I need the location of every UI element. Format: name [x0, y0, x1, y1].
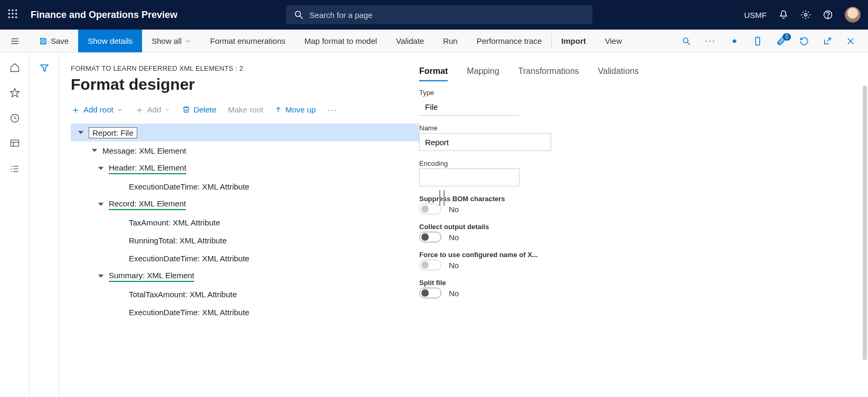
- import-button[interactable]: Import: [552, 30, 596, 52]
- close-icon[interactable]: [846, 36, 855, 46]
- svg-point-2: [15, 10, 17, 11]
- save-icon: [39, 37, 48, 45]
- tree-node[interactable]: TaxAmount: XML Attribute: [71, 213, 419, 231]
- tab-mapping[interactable]: Mapping: [467, 67, 499, 81]
- avatar[interactable]: [845, 7, 861, 23]
- tree-node[interactable]: ExecutionDateTime: XML Attribute: [71, 177, 419, 195]
- ribbon-right: ··· 0: [682, 30, 868, 52]
- caret-icon[interactable]: [98, 275, 103, 278]
- name-field[interactable]: [419, 133, 551, 151]
- find-icon[interactable]: [682, 36, 691, 46]
- show-all-label: Show all: [152, 36, 182, 45]
- view-button[interactable]: View: [596, 30, 631, 52]
- arrow-up-icon: [275, 106, 282, 114]
- shell: FORMAT TO LEARN DEFERRED XML ELEMENTS : …: [0, 53, 868, 397]
- clock-icon[interactable]: [10, 113, 20, 124]
- diamond-icon[interactable]: [730, 36, 739, 46]
- encoding-label: Encoding: [419, 159, 857, 167]
- filter-icon[interactable]: [40, 63, 49, 73]
- tab-format[interactable]: Format: [419, 67, 448, 81]
- breadcrumb: FORMAT TO LEARN DEFERRED XML ELEMENTS : …: [71, 64, 419, 72]
- svg-point-4: [12, 13, 13, 14]
- tab-transformations[interactable]: Transformations: [518, 67, 579, 81]
- search-placeholder: Search for a page: [309, 11, 372, 20]
- run-button[interactable]: Run: [433, 30, 467, 52]
- tree-node-label: TotalTaxAmount: XML Attribute: [129, 290, 237, 299]
- svg-rect-20: [732, 39, 737, 43]
- tree-node-label: Message: XML Element: [102, 146, 186, 155]
- tab-validations[interactable]: Validations: [598, 67, 639, 81]
- svg-point-7: [12, 16, 13, 18]
- caret-icon[interactable]: [98, 203, 103, 206]
- svg-rect-17: [42, 41, 44, 43]
- ribbon: Save Show details Show all Format enumer…: [0, 30, 868, 53]
- tree-node-label: RunningTotal: XML Attribute: [129, 236, 227, 245]
- add-button[interactable]: ＋ Add: [135, 105, 171, 114]
- performance-trace-button[interactable]: Performance trace: [467, 30, 551, 52]
- tree-node[interactable]: Report: File: [71, 124, 419, 141]
- split-file-toggle[interactable]: [419, 288, 441, 298]
- force-name-toggle[interactable]: [419, 260, 441, 270]
- gear-icon[interactable]: [800, 10, 811, 20]
- tree-actions: ＋ Add root ＋ Add Delete Make root: [71, 105, 419, 114]
- show-all-button[interactable]: Show all: [142, 30, 201, 52]
- svg-point-18: [683, 38, 688, 43]
- bell-icon[interactable]: [778, 10, 789, 20]
- workspace-icon[interactable]: [10, 138, 20, 149]
- svg-marker-25: [10, 89, 19, 97]
- help-icon[interactable]: [823, 10, 833, 20]
- tree-node-label: Summary: XML Element: [109, 271, 194, 282]
- attach-button[interactable]: 0: [776, 36, 786, 46]
- map-format-button[interactable]: Map format to model: [295, 30, 387, 52]
- scrollbar[interactable]: [863, 86, 867, 360]
- caret-icon[interactable]: [98, 167, 103, 170]
- svg-point-9: [295, 11, 300, 16]
- waffle-icon[interactable]: [7, 8, 18, 21]
- caret-icon[interactable]: [78, 131, 83, 134]
- name-label: Name: [419, 124, 857, 132]
- format-enumerations-button[interactable]: Format enumerations: [201, 30, 295, 52]
- header-right: USMF: [744, 7, 861, 23]
- force-name-label: Force to use configured name of X...: [419, 251, 857, 259]
- overflow-icon[interactable]: ···: [705, 35, 716, 46]
- tree-node[interactable]: Message: XML Element: [71, 141, 419, 159]
- star-icon[interactable]: [10, 88, 20, 98]
- tree-node[interactable]: ExecutionDateTime: XML Attribute: [71, 303, 419, 321]
- splitter-handle[interactable]: [439, 190, 445, 206]
- tree-node[interactable]: TotalTaxAmount: XML Attribute: [71, 285, 419, 303]
- svg-line-10: [300, 16, 303, 19]
- refresh-icon[interactable]: [799, 36, 809, 46]
- delete-button[interactable]: Delete: [182, 105, 216, 114]
- move-up-button[interactable]: Move up: [275, 105, 316, 114]
- tree-node[interactable]: Summary: XML Element: [71, 267, 419, 285]
- svg-point-13: [827, 17, 828, 17]
- toggle-value: No: [449, 205, 459, 214]
- tree-node[interactable]: ExecutionDateTime: XML Attribute: [71, 249, 419, 267]
- tree-node[interactable]: RunningTotal: XML Attribute: [71, 231, 419, 249]
- make-root-button[interactable]: Make root: [228, 105, 263, 114]
- company-code[interactable]: USMF: [744, 11, 767, 20]
- svg-point-5: [15, 13, 17, 14]
- tree-node[interactable]: Record: XML Element: [71, 195, 419, 213]
- search-input[interactable]: Search for a page: [286, 5, 592, 24]
- encoding-field[interactable]: [419, 168, 520, 186]
- more-actions-icon[interactable]: ···: [327, 105, 337, 114]
- collect-output-label: Collect output details: [419, 223, 857, 231]
- suppress-bom-label: Suppress BOM characters: [419, 195, 857, 203]
- collect-output-toggle[interactable]: [419, 232, 441, 242]
- home-icon[interactable]: [10, 62, 20, 73]
- modules-icon[interactable]: [10, 164, 20, 174]
- add-root-button[interactable]: ＋ Add root: [71, 105, 123, 114]
- hamburger-icon[interactable]: [0, 30, 30, 52]
- suppress-bom-toggle[interactable]: [419, 204, 441, 214]
- validate-button[interactable]: Validate: [386, 30, 433, 52]
- popout-icon[interactable]: [823, 36, 832, 46]
- show-details-button[interactable]: Show details: [78, 30, 142, 52]
- svg-point-1: [12, 10, 13, 11]
- save-button[interactable]: Save: [30, 30, 78, 52]
- caret-icon[interactable]: [92, 149, 97, 152]
- phone-icon[interactable]: [753, 36, 762, 46]
- left-pane: FORMAT TO LEARN DEFERRED XML ELEMENTS : …: [71, 64, 419, 397]
- tree-node[interactable]: Header: XML Element: [71, 159, 419, 177]
- tree-node-label: TaxAmount: XML Attribute: [129, 218, 220, 227]
